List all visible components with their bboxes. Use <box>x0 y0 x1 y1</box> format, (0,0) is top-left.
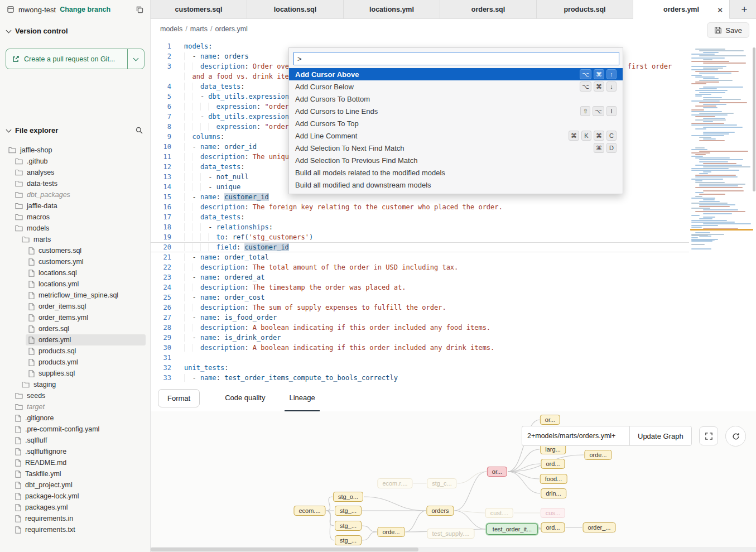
tree-item-Taskfile.yml[interactable]: Taskfile.yml <box>12 468 146 479</box>
file-explorer-header[interactable]: File explorer <box>0 118 150 138</box>
tree-item-macros[interactable]: macros <box>12 212 146 223</box>
code-line[interactable]: 32unit_tests: <box>151 363 689 373</box>
code-line[interactable]: 31 <box>151 353 689 363</box>
palette-item[interactable]: Add Line Comment⌘K⌘C <box>289 129 623 142</box>
tree-item-order_items.yml[interactable]: order_items.yml <box>26 312 146 323</box>
fullscreen-button[interactable] <box>699 426 718 445</box>
lineage-node-cus[interactable]: cus... <box>541 508 565 518</box>
horizontal-scrollbar[interactable] <box>151 547 756 552</box>
tab-locations.sql[interactable]: locations.sql <box>247 0 344 18</box>
breadcrumb-item[interactable]: orders.yml <box>215 25 248 33</box>
lineage-node-ord[interactable]: ord... <box>541 459 565 469</box>
tree-item-products.sql[interactable]: products.sql <box>26 345 146 357</box>
palette-item[interactable]: Add Cursor Above⌥⌘↑ <box>289 68 623 80</box>
code-line[interactable]: 24 description: The timestamp the order … <box>151 282 689 292</box>
tab-lineage[interactable]: Lineage <box>285 385 319 411</box>
tab-customers.sql[interactable]: customers.sql <box>151 0 247 18</box>
lineage-node-stg_o[interactable]: stg_o... <box>333 492 363 502</box>
tree-item-dbt_project.yml[interactable]: dbt_project.yml <box>12 479 146 491</box>
palette-item[interactable]: Add Cursors To Bottom <box>289 93 623 105</box>
tab-code-quality[interactable]: Code quality <box>220 385 269 411</box>
tree-item-locations.yml[interactable]: locations.yml <box>26 279 146 290</box>
horizontal-scrollbar-thumb[interactable] <box>151 548 418 551</box>
code-line[interactable]: 22 description: The total amount of the … <box>151 262 689 272</box>
tree-item-products.yml[interactable]: products.yml <box>26 357 146 368</box>
code-line[interactable]: 20 field: customer_id <box>151 242 689 252</box>
lineage-node-stg_[interactable]: stg_... <box>335 506 362 516</box>
tree-item-locations.sql[interactable]: locations.sql <box>26 267 146 279</box>
tree-item-staging[interactable]: staging <box>19 379 146 390</box>
tree-item-customers.sql[interactable]: customers.sql <box>26 245 146 256</box>
create-pr-split-button[interactable]: Create a pull request on Git... <box>6 49 145 69</box>
lineage-node-stg_[interactable]: stg_... <box>335 535 362 545</box>
code-line[interactable]: 25 - name: order_cost <box>151 292 689 303</box>
search-icon[interactable] <box>135 126 143 135</box>
tree-item-.sqlfluff[interactable]: .sqlfluff <box>12 435 146 446</box>
palette-item[interactable]: Build all models related to the modified… <box>289 166 623 179</box>
code-line[interactable]: 26 description: The sum of supply expens… <box>151 303 689 313</box>
lineage-node-or[interactable]: or... <box>487 467 507 477</box>
tree-item-seeds[interactable]: seeds <box>12 390 146 401</box>
tree-item-data-tests[interactable]: data-tests <box>12 178 146 189</box>
lineage-node-ord[interactable]: ord... <box>541 522 565 532</box>
code-line[interactable]: 16 description: The foreign key relating… <box>151 202 689 212</box>
code-line[interactable]: 19 to: ref('stg_customers') <box>151 232 689 242</box>
save-button[interactable]: Save <box>707 22 749 38</box>
change-branch-link[interactable]: Change branch <box>60 6 110 13</box>
tree-item-requirements.txt[interactable]: requirements.txt <box>12 524 146 535</box>
code-line[interactable]: 23 - name: ordered_at <box>151 272 689 282</box>
lineage-node-ecom[interactable]: ecom.... <box>293 506 325 516</box>
tree-item-models[interactable]: models <box>12 223 146 234</box>
lineage-node-test_order_it[interactable]: test_order_it... <box>487 524 538 535</box>
tree-item-.sqlfluffignore[interactable]: .sqlfluffignore <box>12 446 146 457</box>
tab-orders.yml[interactable]: orders.yml× <box>633 0 730 19</box>
lineage-node-test_supply[interactable]: test_supply.... <box>427 529 474 539</box>
tab-locations.yml[interactable]: locations.yml <box>344 0 440 18</box>
code-line[interactable]: 18 - relationships: <box>151 222 689 232</box>
palette-item[interactable]: Add Cursors To Top <box>289 117 623 129</box>
update-graph-button[interactable]: Update Graph <box>629 426 692 446</box>
tab-orders.sql[interactable]: orders.sql <box>440 0 537 18</box>
breadcrumb-item[interactable]: models <box>160 25 182 33</box>
copy-icon[interactable] <box>136 6 143 13</box>
tree-item-jaffle-shop[interactable]: jaffle-shop <box>6 145 146 156</box>
code-line[interactable]: 17 data_tests: <box>151 212 689 222</box>
refresh-button[interactable] <box>725 426 746 447</box>
lineage-node-order_[interactable]: order_... <box>583 522 616 532</box>
format-button[interactable]: Format <box>158 389 200 407</box>
tree-item-metricflow_time_spine.sql[interactable]: metricflow_time_spine.sql <box>26 290 146 301</box>
breadcrumb-item[interactable]: marts <box>190 25 208 33</box>
lineage-filter-input[interactable] <box>522 426 629 446</box>
tree-item-jaffle-data[interactable]: jaffle-data <box>12 200 146 212</box>
tree-item-orders.sql[interactable]: orders.sql <box>26 323 146 334</box>
new-tab-button[interactable]: + <box>733 0 756 18</box>
minimap[interactable] <box>690 47 753 268</box>
tree-item-README.md[interactable]: README.md <box>12 457 146 468</box>
tree-item-requirements.in[interactable]: requirements.in <box>12 513 146 524</box>
code-line[interactable]: 28 description: A boolean indicating if … <box>151 323 689 333</box>
lineage-node-cust[interactable]: cust.... <box>485 508 513 518</box>
palette-item[interactable]: Build all modified and downstream models <box>289 179 623 191</box>
palette-item[interactable]: Add Cursors to Line Ends⇧⌥I <box>289 105 623 117</box>
code-line[interactable]: 21 - name: order_total <box>151 252 689 262</box>
lineage-node-orde[interactable]: orde... <box>584 450 611 460</box>
lineage-node-food[interactable]: food... <box>540 474 567 484</box>
code-line[interactable]: 27 - name: is_food_order <box>151 313 689 323</box>
tree-item-packages.yml[interactable]: packages.yml <box>12 502 146 513</box>
tree-item-target[interactable]: target <box>12 401 146 412</box>
code-line[interactable]: 33 - name: test_order_items_compute_to_b… <box>151 373 689 383</box>
tree-item-marts[interactable]: marts <box>19 234 146 245</box>
create-pr-button[interactable]: Create a pull request on Git... <box>6 49 127 69</box>
tree-item-.github[interactable]: .github <box>12 156 146 167</box>
palette-item[interactable]: Add Cursor Below⌥⌘↓ <box>289 80 623 93</box>
tree-item-dbt_packages[interactable]: dbt_packages <box>12 189 146 200</box>
code-line[interactable]: 29 - name: is_drink_order <box>151 333 689 343</box>
tree-item-orders.yml[interactable]: orders.yml <box>26 334 146 345</box>
tree-item-customers.yml[interactable]: customers.yml <box>26 256 146 267</box>
version-control-header[interactable]: Version control <box>0 19 150 39</box>
create-pr-dropdown[interactable] <box>127 49 144 69</box>
tree-item-.gitignore[interactable]: .gitignore <box>12 412 146 424</box>
tree-item-order_items.sql[interactable]: order_items.sql <box>26 301 146 312</box>
tree-item-supplies.sql[interactable]: supplies.sql <box>26 368 146 379</box>
palette-item[interactable]: Add Selection To Next Find Match⌘D <box>289 142 623 154</box>
